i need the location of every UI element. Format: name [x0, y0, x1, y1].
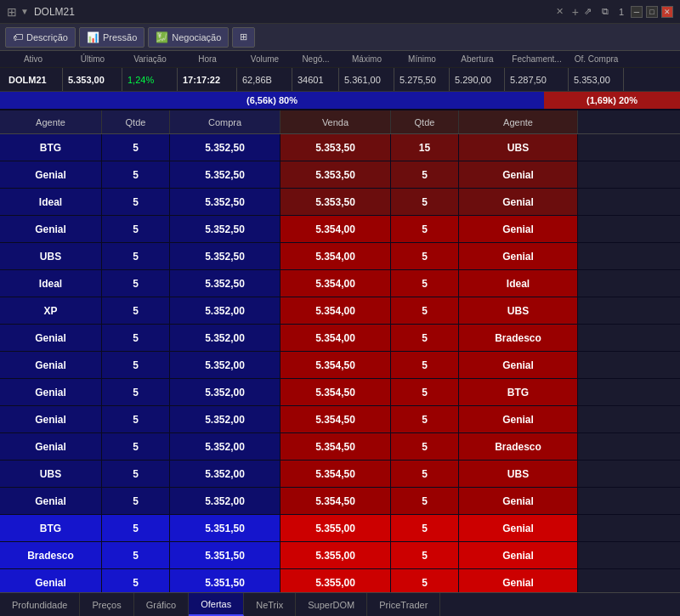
qtde-buy: 5	[102, 270, 170, 297]
table-row[interactable]: BTG 5 5.352,50 5.353,50 15 UBS	[0, 134, 680, 161]
agente-buy: Genial	[0, 488, 102, 514]
minimo-value: 5.275,50	[394, 68, 450, 91]
qtde-buy: 5	[102, 161, 170, 188]
agente-sell: Genial	[459, 488, 578, 514]
new-tab[interactable]: +	[572, 5, 579, 19]
qtde-sell: 5	[391, 243, 459, 269]
price-buy: 5.352,50	[170, 189, 280, 215]
agente-buy: Genial	[0, 325, 102, 351]
table-row[interactable]: Ideal 5 5.352,50 5.354,00 5 Ideal	[0, 270, 680, 297]
variacao-value: 1,24%	[122, 68, 178, 91]
agente-sell: Genial	[459, 243, 578, 269]
table-row[interactable]: Genial 5 5.352,00 5.354,50 5 BTG	[0, 379, 680, 406]
share-icon[interactable]: ⇗	[584, 6, 592, 17]
ativo-value: DOLM21	[3, 68, 63, 91]
qtde-buy: 5	[102, 488, 170, 514]
agente-sell: Genial	[459, 189, 578, 215]
price-buy: 5.351,50	[170, 515, 280, 541]
agente-sell: Genial	[459, 352, 578, 378]
pressao-icon: 📊	[87, 31, 99, 43]
bottom-tab-ofertas[interactable]: Ofertas	[189, 593, 244, 616]
table-row[interactable]: XP 5 5.352,00 5.354,00 5 UBS	[0, 297, 680, 325]
agente-sell: Genial	[459, 515, 578, 541]
price-sell: 5.353,50	[280, 189, 391, 215]
table-row[interactable]: Genial 5 5.352,50 5.354,00 5 Genial	[0, 216, 680, 243]
agente-sell: Bradesco	[459, 325, 578, 351]
header-agente2: Agente	[459, 110, 578, 133]
agente-sell: UBS	[459, 297, 578, 324]
descricao-button[interactable]: 🏷 Descrição	[5, 27, 76, 48]
table-row[interactable]: UBS 5 5.352,50 5.354,00 5 Genial	[0, 243, 680, 270]
hora-value: 17:17:22	[178, 68, 237, 91]
bottom-tab-superdom[interactable]: SuperDOM	[296, 593, 367, 616]
table-row[interactable]: Ideal 5 5.352,50 5.353,50 5 Genial	[0, 189, 680, 216]
price-sell: 5.354,50	[280, 352, 391, 378]
bottom-tab-preços[interactable]: Preços	[80, 593, 133, 616]
table-row[interactable]: Genial 5 5.352,00 5.354,50 5 Genial	[0, 488, 680, 515]
price-sell: 5.355,00	[280, 515, 391, 541]
agente-sell: Genial	[459, 542, 578, 568]
price-buy: 5.352,50	[170, 134, 280, 161]
price-sell: 5.354,50	[280, 433, 391, 460]
table-row[interactable]: Genial 5 5.352,00 5.354,50 5 Genial	[0, 406, 680, 433]
qtde-buy: 5	[102, 243, 170, 269]
qtde-sell: 5	[391, 325, 459, 351]
qtde-buy: 5	[102, 406, 170, 432]
price-sell: 5.354,50	[280, 379, 391, 405]
qtde-sell: 15	[391, 134, 459, 161]
agente-buy: Bradesco	[0, 542, 102, 568]
price-sell: 5.354,50	[280, 406, 391, 432]
qtde-sell: 5	[391, 270, 459, 297]
header-venda: Venda	[280, 110, 391, 133]
agente-buy: UBS	[0, 461, 102, 487]
bottom-tab-netrix[interactable]: NeTrix	[244, 593, 296, 616]
pressao-button[interactable]: 📊 Pressão	[79, 27, 144, 48]
price-buy: 5.352,00	[170, 433, 280, 460]
qtde-buy: 5	[102, 433, 170, 460]
qtde-buy: 5	[102, 461, 170, 487]
agente-buy: Genial	[0, 379, 102, 405]
table-row[interactable]: Genial 5 5.352,50 5.353,50 5 Genial	[0, 161, 680, 189]
agente-buy: UBS	[0, 243, 102, 269]
minimize-button[interactable]: ─	[631, 6, 643, 18]
table-row[interactable]: Genial 5 5.352,00 5.354,00 5 Bradesco	[0, 325, 680, 352]
fechamento-value: 5.287,50	[505, 68, 569, 91]
negociacao-button[interactable]: 💹 Negociação	[148, 27, 229, 48]
grid-button[interactable]: ⊞	[232, 27, 255, 48]
tab-close[interactable]: ✕	[556, 6, 564, 17]
window-controls: ⇗ ⧉ 1 ─ □ ✕	[584, 6, 673, 18]
agente-sell: BTG	[459, 379, 578, 405]
agente-buy: BTG	[0, 515, 102, 541]
table-row[interactable]: Bradesco 5 5.351,50 5.355,00 5 Genial	[0, 542, 680, 569]
agente-sell: UBS	[459, 134, 578, 161]
qtde-buy: 5	[102, 297, 170, 324]
table-row[interactable]: Genial 5 5.352,00 5.354,50 5 Genial	[0, 352, 680, 379]
negociacao-icon: 💹	[156, 31, 168, 43]
price-buy: 5.352,50	[170, 270, 280, 297]
agente-buy: Genial	[0, 433, 102, 460]
abertura-value: 5.290,00	[450, 68, 505, 91]
price-sell: 5.354,50	[280, 461, 391, 487]
restore-button[interactable]: □	[646, 6, 658, 18]
close-button[interactable]: ✕	[661, 6, 673, 18]
price-sell: 5.353,50	[280, 134, 391, 161]
sell-pressure: (1,69k) 20%	[544, 92, 680, 109]
price-sell: 5.354,00	[280, 216, 391, 242]
bottom-tab-pricetrader[interactable]: PriceTrader	[367, 593, 440, 616]
link-icon[interactable]: ⧉	[602, 6, 609, 17]
table-row[interactable]: UBS 5 5.352,00 5.354,50 5 UBS	[0, 461, 680, 488]
volume-value: 62,86B	[237, 68, 292, 91]
bottom-tab-profundidade[interactable]: Profundidade	[0, 593, 80, 616]
table-row[interactable]: Genial 5 5.352,00 5.354,50 5 Bradesco	[0, 433, 680, 461]
bottom-tab-gráfico[interactable]: Gráfico	[134, 593, 189, 616]
agente-buy: XP	[0, 297, 102, 324]
price-sell: 5.354,00	[280, 325, 391, 351]
table-row[interactable]: BTG 5 5.351,50 5.355,00 5 Genial	[0, 515, 680, 542]
window-title: DOLM21	[34, 6, 544, 18]
qtde-sell: 5	[391, 488, 459, 514]
price-sell: 5.355,00	[280, 542, 391, 568]
pressure-bar: (6,56k) 80% (1,69k) 20%	[0, 92, 680, 110]
price-buy: 5.352,50	[170, 161, 280, 188]
ultimo-value: 5.353,00	[63, 68, 122, 91]
price-buy: 5.352,00	[170, 488, 280, 514]
